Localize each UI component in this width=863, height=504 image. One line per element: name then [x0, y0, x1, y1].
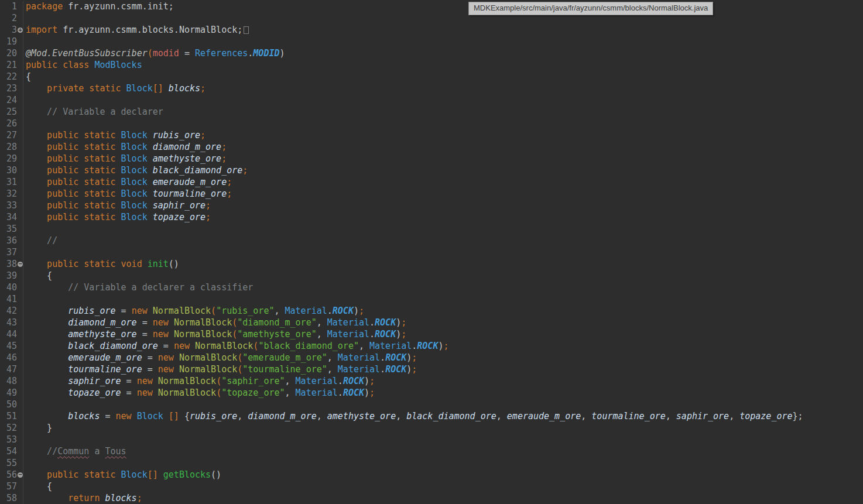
code-line[interactable]: 52 } [0, 422, 863, 434]
code-text[interactable]: diamond_m_ore = new NormalBlock("diamond… [23, 317, 406, 328]
code-line[interactable]: 57 { [0, 481, 863, 492]
code-line[interactable]: 34 public static Block topaze_ore; [0, 211, 863, 223]
code-text[interactable]: { [23, 71, 31, 83]
code-text[interactable]: @Mod.EventBusSubscriber(modid = Referenc… [23, 47, 285, 59]
code-text[interactable]: // Variable a declarer a classifier [23, 282, 253, 293]
code-line[interactable]: 33 public static Block saphir_ore; [0, 200, 863, 211]
line-number[interactable]: 35 [0, 223, 17, 235]
code-line[interactable]: 44 amethyste_ore = new NormalBlock("amet… [0, 328, 863, 340]
line-number[interactable]: 30 [0, 164, 17, 176]
line-number[interactable]: 37 [0, 246, 17, 258]
code-text[interactable]: public static Block saphir_ore; [23, 200, 211, 211]
line-number[interactable]: 3 [0, 24, 17, 36]
code-editor[interactable]: 1package fr.ayzunn.csmm.init;23+import f… [0, 0, 863, 504]
code-text[interactable] [23, 293, 26, 305]
code-line[interactable]: 21public class ModBlocks [0, 59, 863, 71]
code-text[interactable]: public static Block tourmaline_ore; [23, 188, 232, 200]
code-line[interactable]: 20@Mod.EventBusSubscriber(modid = Refere… [0, 47, 863, 59]
code-text[interactable] [23, 223, 26, 235]
line-number[interactable]: 51 [0, 410, 17, 422]
line-number[interactable]: 48 [0, 375, 17, 387]
code-text[interactable]: black_diamond_ore = new NormalBlock("bla… [23, 340, 449, 352]
code-line[interactable]: 41 [0, 293, 863, 305]
code-line[interactable]: 28 public static Block diamond_m_ore; [0, 141, 863, 153]
line-number[interactable]: 22 [0, 71, 17, 83]
code-line[interactable]: 46 emeraude_m_ore = new NormalBlock("eme… [0, 352, 863, 364]
code-text[interactable]: public static Block black_diamond_ore; [23, 164, 248, 176]
code-text[interactable]: emeraude_m_ore = new NormalBlock("emerau… [23, 352, 417, 364]
code-text[interactable] [23, 457, 26, 469]
code-text[interactable]: { [23, 270, 52, 282]
line-number[interactable]: 32 [0, 188, 17, 200]
code-text[interactable]: import fr.ayzunn.csmm.blocks.NormalBlock… [23, 24, 249, 36]
code-text[interactable]: // [23, 235, 57, 246]
line-number[interactable]: 34 [0, 211, 17, 223]
code-line[interactable]: 19 [0, 36, 863, 47]
line-number[interactable]: 1 [0, 1, 17, 12]
code-line[interactable]: 30 public static Block black_diamond_ore… [0, 164, 863, 176]
line-number[interactable]: 55 [0, 457, 17, 469]
line-number[interactable]: 56 [0, 469, 17, 481]
line-number[interactable]: 46 [0, 352, 17, 364]
code-line[interactable]: 2 [0, 12, 863, 24]
code-text[interactable] [23, 94, 26, 106]
code-line[interactable]: 25 // Variable a declarer [0, 106, 863, 118]
line-number[interactable]: 33 [0, 200, 17, 211]
code-line[interactable]: 50 [0, 399, 863, 410]
line-number[interactable]: 19 [0, 36, 17, 47]
code-line[interactable]: 37 [0, 246, 863, 258]
line-number[interactable]: 49 [0, 387, 17, 399]
line-number[interactable]: 26 [0, 118, 17, 129]
code-line[interactable]: 58 return blocks; [0, 492, 863, 504]
code-line[interactable]: 49 topaze_ore = new NormalBlock("topaze_… [0, 387, 863, 399]
code-text[interactable] [23, 434, 26, 445]
line-number[interactable]: 23 [0, 83, 17, 94]
code-text[interactable]: amethyste_ore = new NormalBlock("amethys… [23, 328, 406, 340]
code-line[interactable]: 53 [0, 434, 863, 445]
code-text[interactable]: public class ModBlocks [23, 59, 142, 71]
code-text[interactable]: //Commun a Tous [23, 445, 126, 457]
line-number[interactable]: 45 [0, 340, 17, 352]
code-line[interactable]: 31 public static Block emeraude_m_ore; [0, 176, 863, 188]
code-text[interactable]: tourmaline_ore = new NormalBlock("tourma… [23, 364, 417, 375]
code-text[interactable] [23, 399, 26, 410]
code-line[interactable]: 24 [0, 94, 863, 106]
code-text[interactable]: blocks = new Block [] {rubis_ore, diamon… [23, 410, 803, 422]
code-text[interactable]: return blocks; [23, 492, 142, 504]
code-line[interactable]: 35 [0, 223, 863, 235]
code-text[interactable]: package fr.ayzunn.csmm.init; [23, 1, 174, 12]
code-text[interactable] [23, 246, 26, 258]
code-text[interactable]: } [23, 422, 52, 434]
fold-collapse-icon[interactable]: − [18, 472, 23, 478]
code-text[interactable]: saphir_ore = new NormalBlock("saphir_ore… [23, 375, 375, 387]
folded-imports-box[interactable] [244, 26, 249, 34]
code-line[interactable]: 29 public static Block amethyste_ore; [0, 153, 863, 164]
line-number[interactable]: 52 [0, 422, 17, 434]
code-line[interactable]: 23 private static Block[] blocks; [0, 83, 863, 94]
code-line[interactable]: 42 rubis_ore = new NormalBlock("rubis_or… [0, 305, 863, 317]
line-number[interactable]: 31 [0, 176, 17, 188]
line-number[interactable]: 29 [0, 153, 17, 164]
line-number[interactable]: 43 [0, 317, 17, 328]
line-number[interactable]: 41 [0, 293, 17, 305]
code-line[interactable]: 56− public static Block[] getBlocks() [0, 469, 863, 481]
line-number[interactable]: 57 [0, 481, 17, 492]
code-text[interactable]: // Variable a declarer [23, 106, 163, 118]
code-line[interactable]: 32 public static Block tourmaline_ore; [0, 188, 863, 200]
code-line[interactable]: 26 [0, 118, 863, 129]
fold-collapse-icon[interactable]: − [18, 262, 23, 267]
code-text[interactable]: topaze_ore = new NormalBlock("topaze_ore… [23, 387, 375, 399]
code-line[interactable]: 40 // Variable a declarer a classifier [0, 282, 863, 293]
code-text[interactable] [23, 12, 26, 24]
line-number[interactable]: 40 [0, 282, 17, 293]
line-number[interactable]: 21 [0, 59, 17, 71]
code-line[interactable]: 1package fr.ayzunn.csmm.init; [0, 1, 863, 12]
line-number[interactable]: 39 [0, 270, 17, 282]
code-line[interactable]: 55 [0, 457, 863, 469]
code-line[interactable]: 22{ [0, 71, 863, 83]
code-line[interactable]: 3+import fr.ayzunn.csmm.blocks.NormalBlo… [0, 24, 863, 36]
code-line[interactable]: 47 tourmaline_ore = new NormalBlock("tou… [0, 364, 863, 375]
line-number[interactable]: 50 [0, 399, 17, 410]
line-number[interactable]: 20 [0, 47, 17, 59]
line-number[interactable]: 36 [0, 235, 17, 246]
